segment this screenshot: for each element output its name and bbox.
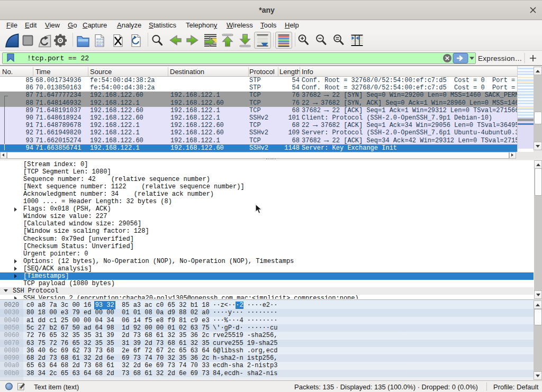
svg-text:0011: 0011	[96, 43, 104, 47]
